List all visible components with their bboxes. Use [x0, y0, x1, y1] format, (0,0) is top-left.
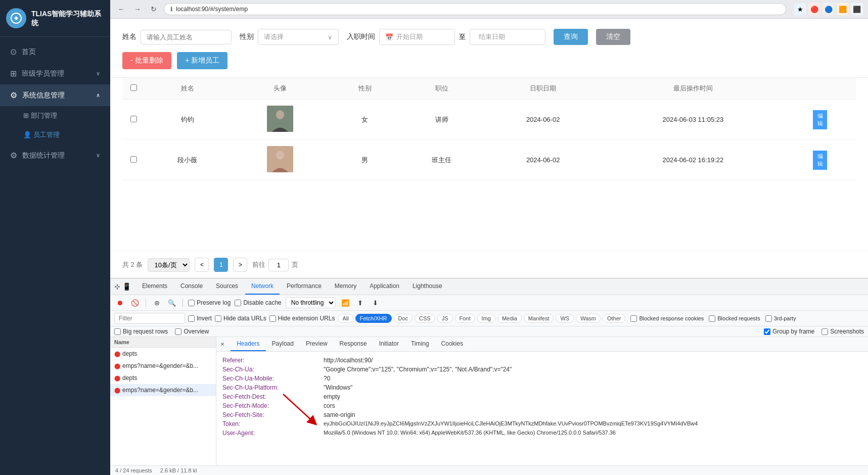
edit-button-1[interactable]: 编辑 [813, 110, 827, 129]
add-employee-button[interactable]: + 新增员工 [177, 52, 227, 69]
chip-ws[interactable]: WS [556, 314, 574, 323]
chip-doc[interactable]: Doc [394, 314, 413, 323]
blocked-cookies-input[interactable] [630, 315, 637, 322]
chip-font[interactable]: Font [455, 314, 475, 323]
chip-fetch-xhr[interactable]: Fetch/XHR [355, 314, 392, 323]
big-rows-input[interactable] [114, 328, 121, 335]
page-1-button[interactable]: 1 [214, 258, 228, 272]
group-by-frame-checkbox[interactable]: Group by frame [764, 328, 814, 335]
filter-input[interactable] [114, 313, 185, 324]
chip-img[interactable]: Img [477, 314, 495, 323]
ext-icon-1[interactable]: ★ [794, 3, 806, 15]
detail-tab-cookies[interactable]: Cookies [435, 337, 469, 351]
chip-js[interactable]: JS [437, 314, 453, 323]
detail-tab-headers[interactable]: Headers [231, 337, 265, 351]
ext-icon-2[interactable]: 🔴 [808, 3, 820, 15]
row-checkbox-1[interactable] [130, 116, 137, 122]
clear-button[interactable]: 清空 [596, 29, 630, 45]
download-icon[interactable]: ⬇ [370, 297, 381, 308]
disable-cache-checkbox[interactable]: Disable cache [235, 299, 281, 306]
page-jump-input[interactable] [268, 259, 289, 271]
detail-tab-payload[interactable]: Payload [266, 337, 300, 351]
tab-sources[interactable]: Sources [210, 278, 244, 295]
third-party-input[interactable] [765, 315, 772, 322]
record-button[interactable]: ⏺ [114, 297, 125, 308]
big-rows-checkbox[interactable]: Big request rows [114, 328, 168, 335]
forward-button[interactable]: → [131, 3, 144, 15]
request-emps-1[interactable]: ⬤ emps?name=&gender=&b... [110, 360, 216, 372]
screenshots-checkbox[interactable]: Screenshots [821, 328, 864, 335]
overview-checkbox[interactable]: Overview [175, 328, 209, 335]
row-checkbox-2[interactable] [130, 156, 137, 163]
sidebar-item-dept-mgmt[interactable]: ⊞ 部门管理 [0, 106, 110, 125]
tab-elements[interactable]: Elements [136, 278, 173, 295]
preserve-log-checkbox[interactable]: Preserve log [188, 299, 231, 306]
group-by-frame-input[interactable] [764, 328, 770, 335]
clear-button-devtools[interactable]: 🚫 [129, 297, 141, 308]
hide-data-urls-input[interactable] [215, 315, 221, 322]
screenshots-input[interactable] [821, 328, 828, 335]
gender-select[interactable]: 请选择 ∨ [258, 29, 339, 45]
disable-cache-input[interactable] [235, 300, 241, 306]
hide-ext-urls-input[interactable] [269, 315, 276, 322]
request-depts-2[interactable]: ⬤ depts [110, 372, 216, 384]
prev-page-button[interactable]: < [195, 258, 209, 272]
select-all-checkbox[interactable] [130, 84, 137, 91]
search-icon[interactable]: 🔍 [166, 297, 177, 308]
sidebar-item-system-info[interactable]: ⚙ 系统信息管理 ∧ [0, 84, 110, 106]
upload-icon[interactable]: ⬆ [355, 297, 366, 308]
hide-data-urls-checkbox[interactable]: Hide data URLs [215, 315, 266, 322]
devtools-cursor-icon[interactable]: ⊹ [114, 282, 120, 291]
chip-wasm[interactable]: Wasm [576, 314, 601, 323]
chip-media[interactable]: Media [497, 314, 522, 323]
query-button[interactable]: 查询 [554, 29, 588, 45]
detail-tab-timing[interactable]: Timing [405, 337, 435, 351]
invert-input[interactable] [188, 315, 195, 322]
wifi-icon[interactable]: 📶 [340, 297, 351, 308]
ext-icon-3[interactable]: 🔵 [823, 3, 835, 15]
sidebar-item-emp-mgmt[interactable]: 👤 员工管理 [0, 125, 110, 145]
chip-manifest[interactable]: Manifest [524, 314, 554, 323]
ext-icon-5[interactable]: ⬛ [851, 3, 863, 15]
invert-checkbox[interactable]: Invert [188, 315, 212, 322]
chip-other[interactable]: Other [603, 314, 626, 323]
blocked-requests-checkbox[interactable]: Blocked requests [709, 315, 760, 322]
refresh-button[interactable]: ↻ [148, 3, 160, 15]
tab-performance[interactable]: Performance [281, 278, 328, 295]
url-bar[interactable]: ℹ localhost:90/#/system/emp [164, 3, 786, 15]
chip-css[interactable]: CSS [415, 314, 435, 323]
request-emps-2[interactable]: ⬤ emps?name=&gender=&b... [110, 384, 216, 396]
tab-console[interactable]: Console [174, 278, 209, 295]
edit-button-2[interactable]: 编辑 [813, 151, 827, 170]
back-button[interactable]: ← [115, 3, 127, 15]
date-end-input[interactable]: 结束日期 [470, 29, 545, 45]
page-size-select[interactable]: 10条/页 20条/页 50条/页 [148, 258, 190, 272]
detail-tab-initiator[interactable]: Initiator [373, 337, 405, 351]
request-depts-1[interactable]: ⬤ depts [110, 348, 216, 360]
chip-all[interactable]: All [338, 314, 353, 323]
detail-tab-response[interactable]: Response [334, 337, 373, 351]
hide-ext-urls-checkbox[interactable]: Hide extension URLs [269, 315, 335, 322]
detail-tab-preview[interactable]: Preview [300, 337, 334, 351]
ext-icon-4[interactable]: 🟧 [837, 3, 849, 15]
sidebar-item-class-mgmt[interactable]: ⊞ 班级学员管理 ∨ [0, 63, 110, 84]
name-input[interactable] [141, 30, 232, 44]
tab-application[interactable]: Application [363, 278, 405, 295]
blocked-cookies-checkbox[interactable]: Blocked response cookies [630, 315, 704, 322]
filter-icon[interactable]: ⊛ [151, 297, 162, 308]
preserve-log-input[interactable] [188, 300, 195, 306]
next-page-button[interactable]: > [233, 258, 247, 272]
sidebar-item-data-stats[interactable]: ⚙ 数据统计管理 ∨ [0, 145, 110, 166]
date-start-input[interactable]: 📅 开始日期 [379, 29, 455, 45]
tab-lighthouse[interactable]: Lighthouse [406, 278, 448, 295]
overview-input[interactable] [175, 328, 181, 335]
batch-delete-button[interactable]: - 批量删除 [122, 52, 171, 69]
throttle-select[interactable]: No throttling Slow 3G Fast 3G Offline [286, 297, 336, 308]
devtools-device-icon[interactable]: 📱 [122, 282, 131, 291]
sidebar-item-home[interactable]: ⊙ 首页 [0, 41, 110, 63]
blocked-requests-input[interactable] [709, 315, 715, 322]
tab-memory[interactable]: Memory [329, 278, 362, 295]
tab-network[interactable]: Network [245, 278, 280, 295]
detail-close-button[interactable]: × [216, 337, 229, 351]
third-party-checkbox[interactable]: 3rd-party [765, 315, 796, 322]
